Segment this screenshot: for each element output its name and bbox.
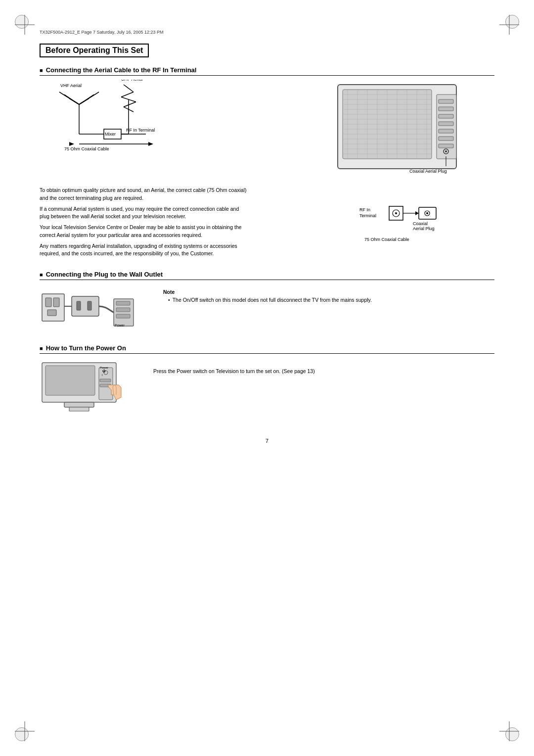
svg-text:VHF Aerial: VHF Aerial (60, 83, 82, 88)
aerial-heading: Connecting the Aerial Cable to the RF In… (40, 66, 494, 76)
aerial-para-2: If a communal Aerial system is used, you… (40, 205, 247, 221)
svg-rect-61 (439, 144, 453, 148)
svg-line-3 (74, 101, 79, 104)
page: TX32F500A-2912_E Page 7 Saturday, July 1… (0, 0, 534, 756)
svg-rect-88 (116, 301, 130, 305)
corner-mark-br (499, 721, 519, 741)
power-text: Press the Power switch on Television to … (153, 358, 494, 376)
page-number: 7 (40, 438, 494, 444)
svg-text:⏻: ⏻ (102, 369, 106, 373)
aerial-para-1: To obtain optimum quality picture and so… (40, 187, 247, 202)
power-diagram: ⏻ I Power (40, 358, 138, 418)
note-text: The On/Off switch on this model does not… (163, 296, 494, 304)
svg-point-75 (426, 212, 428, 214)
svg-marker-29 (69, 142, 74, 146)
plug-svg: Power (40, 284, 138, 333)
svg-rect-84 (77, 301, 81, 310)
svg-rect-93 (45, 366, 95, 395)
rf-terminal-diagram: RF In Terminal Coaxial Aerial Plug 75 Oh… (323, 187, 494, 261)
svg-rect-81 (53, 298, 59, 307)
power-section: ⏻ I Power Press the Power switch on Tele… (40, 358, 494, 418)
svg-text:Mixer: Mixer (105, 132, 116, 137)
plug-heading: Connecting the Plug to the Wall Outlet (40, 271, 494, 280)
plug-diagram: Power (40, 284, 138, 334)
plug-section: Power Note The On/Off switch on this mod… (40, 284, 494, 334)
power-svg: ⏻ I Power (40, 358, 138, 417)
svg-rect-59 (439, 129, 453, 133)
aerial-svg: VHF Aerial UHF Aerial Mixer (40, 80, 237, 179)
svg-rect-55 (439, 99, 453, 103)
svg-text:Power: Power (100, 366, 108, 369)
svg-line-7 (79, 92, 99, 104)
note-title: Note (163, 289, 494, 295)
svg-rect-85 (88, 301, 91, 310)
corner-mark-bl (15, 721, 35, 741)
svg-rect-80 (45, 298, 51, 307)
aerial-diagram-area: VHF Aerial UHF Aerial Mixer (40, 80, 494, 180)
svg-rect-56 (439, 107, 453, 111)
svg-rect-82 (47, 310, 56, 316)
svg-rect-101 (69, 407, 89, 411)
svg-text:Terminal: Terminal (359, 213, 376, 218)
svg-rect-94 (99, 368, 113, 400)
svg-line-13 (124, 102, 136, 107)
corner-mark-tl (15, 15, 35, 35)
svg-text:Power: Power (115, 324, 125, 327)
svg-rect-89 (116, 308, 130, 312)
aerial-para-3: Your local Television Service Centre or … (40, 224, 247, 239)
note-list-item: The On/Off switch on this model does not… (168, 296, 494, 304)
svg-point-63 (445, 150, 447, 152)
plug-note: Note The On/Off switch on this model doe… (153, 284, 494, 304)
meta-line: TX32F500A-2912_E Page 7 Saturday, July 1… (40, 30, 494, 35)
svg-text:75 Ohm Coaxial Cable: 75 Ohm Coaxial Cable (364, 237, 409, 242)
svg-rect-57 (439, 114, 453, 118)
svg-text:75 Ohm Coaxial Cable: 75 Ohm Coaxial Cable (64, 146, 109, 151)
svg-rect-83 (72, 296, 99, 316)
svg-rect-90 (116, 314, 130, 318)
rf-terminal-svg: RF In Terminal Coaxial Aerial Plug 75 Oh… (359, 187, 458, 251)
aerial-para-4: Any matters regarding Aerial installatio… (40, 242, 247, 258)
aerial-text-column: To obtain optimum quality picture and so… (40, 187, 309, 261)
svg-text:Coaxial Aerial Plug: Coaxial Aerial Plug (409, 169, 447, 174)
svg-line-10 (124, 85, 134, 92)
svg-line-11 (121, 92, 134, 97)
svg-marker-27 (148, 142, 153, 146)
page-title: Before Operating This Set (40, 44, 149, 57)
power-heading: How to Turn the Power On (40, 344, 494, 354)
svg-text:Coaxial: Coaxial (413, 221, 428, 226)
corner-mark-tr (499, 15, 519, 35)
aerial-left-diagram: VHF Aerial UHF Aerial Mixer (40, 80, 323, 180)
svg-rect-98 (100, 379, 111, 382)
svg-text:RF In Terminal: RF In Terminal (126, 128, 155, 133)
aerial-text-diagram: To obtain optimum quality picture and so… (40, 187, 494, 261)
tv-back-svg: Coaxial Aerial Plug (333, 80, 471, 179)
svg-point-70 (395, 212, 397, 214)
svg-text:RF In: RF In (359, 207, 370, 212)
svg-text:Aerial Plug: Aerial Plug (413, 226, 435, 231)
tv-back-diagram: Coaxial Aerial Plug (333, 80, 494, 180)
svg-rect-60 (439, 137, 453, 141)
svg-text:UHF Aerial: UHF Aerial (121, 80, 143, 82)
svg-marker-72 (415, 211, 419, 215)
svg-rect-58 (439, 122, 453, 126)
svg-rect-100 (64, 402, 94, 407)
